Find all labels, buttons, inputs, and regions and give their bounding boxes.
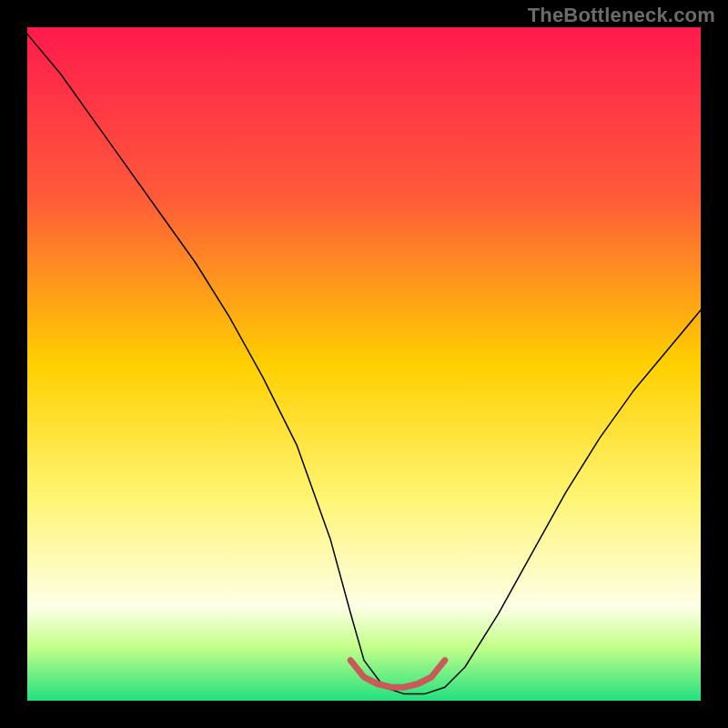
chart-plot-area — [27, 27, 701, 701]
chart-svg — [27, 27, 701, 701]
chart-frame: TheBottleneck.com — [0, 0, 728, 728]
gradient-background — [27, 27, 701, 701]
watermark-text: TheBottleneck.com — [528, 4, 715, 27]
